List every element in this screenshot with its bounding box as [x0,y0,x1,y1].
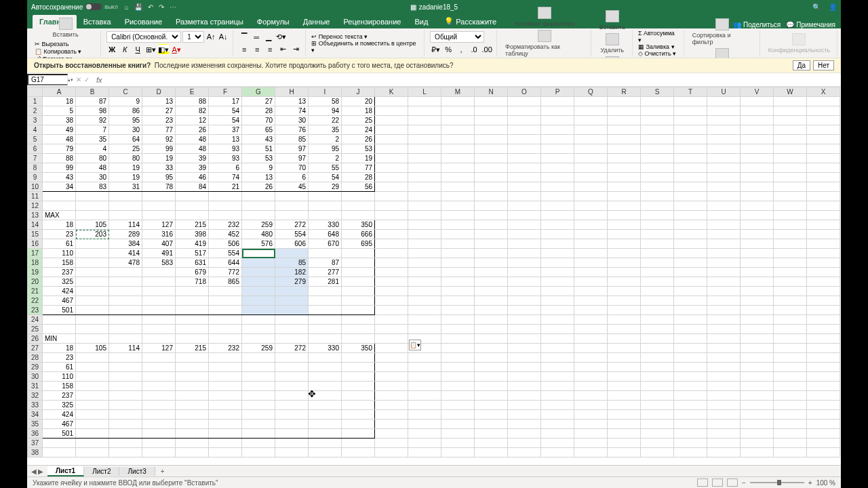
cell[interactable]: 110 [43,372,76,382]
col-header[interactable]: K [375,87,408,97]
cell[interactable] [541,97,574,106]
cell[interactable] [674,439,707,448]
cell[interactable]: 39 [176,163,209,173]
cell[interactable] [508,382,541,391]
cell[interactable] [674,391,707,401]
cell[interactable] [608,258,641,268]
redo-icon[interactable]: ↷ [159,3,164,11]
cell[interactable] [408,277,441,287]
cell[interactable] [275,382,309,391]
cell[interactable] [641,287,674,296]
cell[interactable] [541,439,574,448]
cell[interactable]: 86 [109,106,142,116]
row-header[interactable]: 23 [28,306,43,315]
cell[interactable] [774,306,807,315]
cell[interactable] [741,363,774,372]
cell[interactable] [475,97,508,106]
view-layout-icon[interactable] [712,479,723,487]
cell[interactable]: 70 [242,116,275,125]
cell[interactable] [574,448,608,458]
cell[interactable] [475,325,508,334]
cell[interactable] [574,182,608,192]
cell[interactable] [608,163,641,173]
cell[interactable] [574,192,608,201]
cell[interactable] [76,401,109,410]
tab-layout[interactable]: Разметка страницы [169,15,250,28]
cell[interactable] [342,287,375,296]
cell[interactable] [641,439,674,448]
cell[interactable] [142,268,176,277]
cell[interactable] [574,429,608,439]
cell[interactable] [674,315,707,325]
cell[interactable] [408,201,441,211]
cell[interactable] [76,353,109,363]
cell[interactable] [76,410,109,420]
cell[interactable] [574,372,608,382]
view-normal-icon[interactable] [697,479,708,487]
cell[interactable]: 20 [342,97,375,106]
cell[interactable] [541,135,574,144]
cell[interactable] [475,182,508,192]
cell[interactable]: 350 [342,344,375,353]
col-header[interactable]: O [508,87,541,97]
cell[interactable] [408,116,441,125]
message-no-button[interactable]: Нет [813,60,834,70]
cell[interactable] [408,182,441,192]
cell[interactable] [641,296,674,306]
cell[interactable] [441,125,475,135]
row-header[interactable]: 16 [28,239,43,249]
italic-button[interactable]: К [119,44,130,55]
cell[interactable]: 85 [275,258,309,268]
cell[interactable]: 281 [309,277,342,287]
cell[interactable] [43,448,76,458]
cell[interactable]: 18 [43,220,76,230]
cell[interactable] [541,420,574,429]
cell[interactable] [674,173,707,182]
cell[interactable] [674,220,707,230]
cell[interactable] [807,258,840,268]
cell[interactable] [608,334,641,344]
cell[interactable] [541,173,574,182]
cell[interactable]: 35 [309,125,342,135]
cell[interactable]: 93 [209,154,242,163]
align-middle-icon[interactable]: ═ [251,32,262,43]
cell[interactable]: 501 [43,429,76,439]
cell[interactable] [707,125,741,135]
cell[interactable] [608,344,641,353]
cell[interactable] [508,372,541,382]
cell[interactable] [342,410,375,420]
cell[interactable] [76,420,109,429]
cell[interactable] [142,401,176,410]
cell[interactable]: 9 [109,97,142,106]
cond-format-button[interactable]: Условное форматиро [511,7,578,27]
cell[interactable] [475,249,508,258]
cell[interactable] [707,363,741,372]
cell[interactable] [408,401,441,410]
col-header[interactable]: P [541,87,574,97]
cell[interactable] [741,258,774,268]
tab-insert[interactable]: Вставка [77,15,118,28]
row-header[interactable]: 24 [28,315,43,325]
cell[interactable] [242,211,275,220]
cell[interactable] [441,382,475,391]
cell[interactable] [707,211,741,220]
cell[interactable] [707,439,741,448]
cell[interactable] [309,382,342,391]
cell[interactable] [275,372,309,382]
cell[interactable] [807,429,840,439]
cell[interactable] [408,315,441,325]
cell[interactable] [641,220,674,230]
dec-inc-icon[interactable]: .0 [469,44,479,55]
cell[interactable] [142,306,176,315]
row-header[interactable]: 36 [28,429,43,439]
cell[interactable]: 105 [76,220,109,230]
cell[interactable]: 78 [142,182,176,192]
clear-button[interactable]: ◇ Очистить ▾ [638,50,679,57]
name-box[interactable] [27,74,68,85]
cell[interactable] [807,116,840,125]
cell[interactable] [176,372,209,382]
cell[interactable] [475,401,508,410]
cell[interactable] [375,201,408,211]
cell[interactable] [541,382,574,391]
cell[interactable] [375,125,408,135]
